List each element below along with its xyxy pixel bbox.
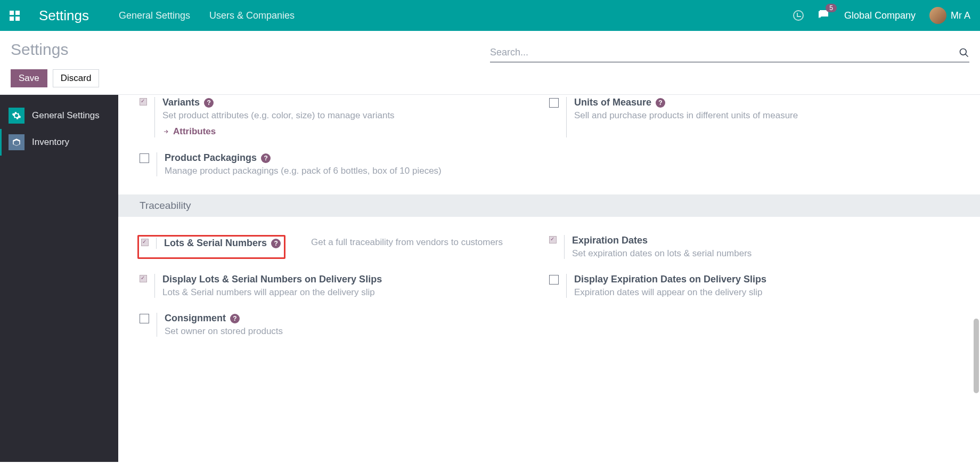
search-input[interactable]: [490, 45, 959, 60]
arrow-right-icon: [162, 128, 170, 135]
svg-line-1: [966, 54, 968, 56]
avatar: [929, 7, 946, 24]
search-icon[interactable]: [959, 47, 969, 58]
clock-icon[interactable]: [793, 10, 804, 21]
company-selector[interactable]: Global Company: [844, 10, 916, 21]
messages-icon[interactable]: 5: [818, 8, 830, 23]
box-icon: [9, 134, 24, 150]
setting-display-exp: Display Expiration Dates on Delivery Sli…: [549, 266, 959, 305]
highlight-lots: Lots & Serial Numbers ?: [137, 235, 285, 259]
link-attributes[interactable]: Attributes: [162, 126, 216, 137]
checkbox-display-lots[interactable]: [140, 275, 147, 282]
help-icon[interactable]: ?: [230, 314, 240, 323]
user-name: Mr A: [951, 10, 970, 21]
setting-title-label: Expiration Dates: [572, 235, 648, 246]
menu-general-settings[interactable]: General Settings: [119, 10, 190, 21]
setting-desc: Manage product packagings (e.g. pack of …: [165, 166, 442, 176]
setting-desc: Lots & Serial numbers will appear on the…: [162, 287, 439, 298]
setting-uom: Units of Measure ? Sell and purchase pro…: [549, 95, 959, 145]
settings-main: Variants ? Set product attributes (e.g. …: [118, 95, 980, 462]
menu-users-companies[interactable]: Users & Companies: [209, 10, 295, 21]
checkbox-display-exp[interactable]: [549, 275, 559, 285]
settings-sidebar: General Settings Inventory: [0, 95, 118, 462]
svg-point-0: [960, 48, 967, 55]
top-navbar: Settings General Settings Users & Compan…: [0, 0, 980, 31]
help-icon[interactable]: ?: [656, 98, 665, 108]
checkbox-consignment[interactable]: [140, 314, 149, 323]
section-header-traceability: Traceability: [118, 194, 980, 217]
checkbox-lots[interactable]: [141, 239, 149, 246]
setting-desc: Get a full traceability from vendors to …: [293, 237, 503, 259]
setting-title-label: Consignment: [165, 313, 226, 324]
setting-title-label: Display Lots & Serial Numbers on Deliver…: [162, 274, 382, 285]
sidebar-item-label: General Settings: [32, 110, 100, 121]
setting-packagings: Product Packagings ? Manage product pack…: [140, 145, 549, 184]
setting-desc: Sell and purchase products in different …: [574, 110, 851, 121]
subheader: Settings Save Discard: [0, 31, 980, 95]
checkbox-expiration[interactable]: [549, 236, 557, 243]
setting-title-label: Lots & Serial Numbers: [164, 238, 267, 249]
setting-consignment: Consignment ? Set owner on stored produc…: [140, 305, 549, 344]
setting-desc: Set expiration dates on lots & serial nu…: [572, 248, 849, 259]
checkbox-packagings[interactable]: [140, 153, 149, 163]
app-title: Settings: [39, 7, 89, 24]
apps-icon[interactable]: [10, 11, 20, 21]
gear-icon: [9, 108, 24, 124]
sidebar-item-general-settings[interactable]: General Settings: [0, 102, 118, 129]
scrollbar[interactable]: [973, 95, 980, 462]
sidebar-item-label: Inventory: [32, 137, 69, 148]
setting-title-label: Variants: [162, 97, 200, 108]
user-menu[interactable]: Mr A: [929, 7, 970, 24]
scrollbar-thumb[interactable]: [974, 319, 979, 393]
page-title: Settings: [11, 40, 490, 59]
setting-lots: Lots & Serial Numbers ? Get a full trace…: [140, 228, 549, 266]
setting-desc: Expiration dates will appear on the deli…: [574, 287, 851, 298]
setting-title-label: Units of Measure: [574, 97, 651, 108]
help-icon[interactable]: ?: [204, 98, 214, 108]
setting-title-label: Product Packagings: [165, 152, 257, 164]
save-button[interactable]: Save: [11, 69, 47, 87]
help-icon[interactable]: ?: [271, 239, 281, 248]
messages-badge: 5: [826, 4, 837, 12]
setting-desc: Set product attributes (e.g. color, size…: [162, 110, 439, 121]
checkbox-uom[interactable]: [549, 98, 559, 108]
setting-display-lots: Display Lots & Serial Numbers on Deliver…: [140, 266, 549, 305]
setting-expiration: Expiration Dates Set expiration dates on…: [549, 228, 959, 266]
setting-title-label: Display Expiration Dates on Delivery Sli…: [574, 274, 766, 285]
setting-desc: Set owner on stored products: [165, 326, 442, 337]
setting-variants: Variants ? Set product attributes (e.g. …: [140, 95, 549, 145]
help-icon[interactable]: ?: [261, 153, 271, 163]
sidebar-item-inventory[interactable]: Inventory: [0, 129, 118, 156]
checkbox-variants[interactable]: [140, 98, 147, 105]
discard-button[interactable]: Discard: [53, 69, 100, 87]
